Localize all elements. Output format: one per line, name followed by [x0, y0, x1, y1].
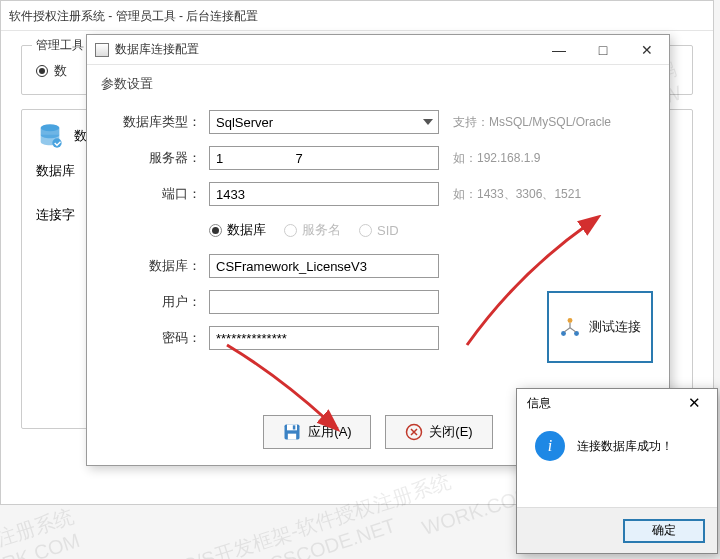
- svg-rect-6: [287, 425, 297, 431]
- radio-service-name[interactable]: 服务名: [284, 221, 341, 239]
- label-password: 密码：: [101, 329, 201, 347]
- svg-point-4: [568, 318, 573, 323]
- bg-radio-label: 数: [54, 62, 67, 80]
- label-database: 数据库：: [101, 257, 201, 275]
- ok-button[interactable]: 确定: [623, 519, 705, 543]
- bg-radio[interactable]: [36, 65, 48, 77]
- watermark: 授权注册系统 ORK.COM: [0, 503, 85, 559]
- msgbox-text: 连接数据库成功！: [577, 438, 673, 455]
- test-connection-button[interactable]: 测试连接: [547, 291, 653, 363]
- svg-rect-7: [288, 434, 296, 440]
- network-icon: [557, 314, 583, 340]
- main-window-title: 软件授权注册系统 - 管理员工具 - 后台连接配置: [1, 1, 713, 31]
- save-icon: [282, 422, 302, 442]
- info-icon: i: [535, 431, 565, 461]
- database-icon: [36, 122, 64, 150]
- section-title: 参数设置: [101, 75, 655, 93]
- msgbox-title: 信息: [527, 395, 551, 412]
- hint-port: 如：1433、3306、1521: [453, 186, 581, 203]
- dialog-app-icon: [95, 43, 109, 57]
- maximize-button[interactable]: □: [581, 36, 625, 64]
- svg-rect-8: [293, 425, 296, 429]
- apply-button[interactable]: 应用(A): [263, 415, 371, 449]
- msgbox-close-button[interactable]: ✕: [675, 390, 713, 416]
- mgmt-tools-title: 管理工具: [32, 37, 88, 54]
- hint-server: 如：192.168.1.9: [453, 150, 540, 167]
- label-user: 用户：: [101, 293, 201, 311]
- radio-sid[interactable]: SID: [359, 223, 399, 238]
- dbtype-select[interactable]: [209, 110, 439, 134]
- hint-dbtype: 支持：MsSQL/MySQL/Oracle: [453, 114, 611, 131]
- port-input[interactable]: [209, 182, 439, 206]
- test-btn-label: 测试连接: [589, 318, 641, 336]
- close-circle-icon: [405, 423, 423, 441]
- label-port: 端口：: [101, 185, 201, 203]
- server-input[interactable]: [209, 146, 439, 170]
- database-input[interactable]: [209, 254, 439, 278]
- dialog-title: 数据库连接配置: [115, 41, 537, 58]
- info-messagebox: 信息 ✕ i 连接数据库成功！ 确定: [516, 388, 718, 554]
- label-dbtype: 数据库类型：: [101, 113, 201, 131]
- radio-database[interactable]: 数据库: [209, 221, 266, 239]
- close-button[interactable]: ✕: [625, 36, 669, 64]
- dialog-titlebar[interactable]: 数据库连接配置 — □ ✕: [87, 35, 669, 65]
- close-action-button[interactable]: 关闭(E): [385, 415, 493, 449]
- user-input[interactable]: [209, 290, 439, 314]
- minimize-button[interactable]: —: [537, 36, 581, 64]
- password-input[interactable]: [209, 326, 439, 350]
- label-server: 服务器：: [101, 149, 201, 167]
